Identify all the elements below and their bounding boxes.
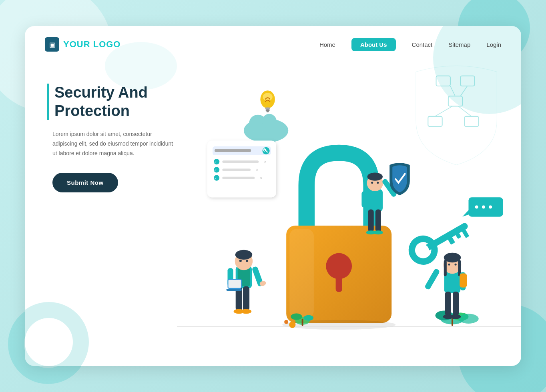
outer-background: YOUR LOGO Home About Us Contact Sitemap …	[0, 0, 546, 392]
svg-rect-65	[375, 210, 381, 232]
hero-headline: Security And Protection	[47, 84, 177, 120]
svg-point-86	[475, 205, 478, 208]
svg-text:✓: ✓	[214, 177, 217, 180]
svg-rect-71	[460, 76, 474, 86]
svg-point-47	[239, 260, 242, 262]
svg-rect-7	[266, 110, 270, 111]
svg-rect-70	[436, 76, 450, 86]
svg-text:×: ×	[264, 160, 267, 164]
circuit-diagram	[416, 66, 497, 165]
illustration-section: ✓ × ✓ × ✓ ×	[177, 52, 521, 356]
svg-rect-57	[228, 280, 241, 288]
svg-point-63	[377, 182, 379, 184]
svg-rect-40	[452, 318, 453, 326]
svg-point-39	[458, 314, 479, 324]
svg-rect-102	[460, 273, 467, 287]
svg-rect-92	[444, 260, 447, 276]
illustration-svg: ✓ × ✓ × ✓ ×	[177, 52, 521, 359]
svg-rect-72	[448, 96, 462, 106]
svg-rect-10	[215, 149, 251, 152]
svg-rect-79	[424, 222, 469, 252]
svg-point-62	[371, 182, 373, 184]
nav-about[interactable]: About Us	[351, 38, 396, 51]
logo-text: YOUR LOGO	[63, 39, 120, 50]
svg-text:✓: ✓	[214, 160, 217, 164]
svg-rect-85	[468, 197, 503, 217]
main-content: Security And Protection Lorem ipsum dolo…	[25, 52, 521, 356]
svg-rect-82	[462, 228, 470, 238]
svg-rect-69	[361, 191, 367, 207]
svg-rect-50	[243, 286, 249, 311]
person-left	[226, 250, 267, 314]
svg-rect-20	[222, 168, 251, 171]
svg-point-48	[246, 260, 248, 262]
svg-rect-59	[367, 189, 383, 212]
nav-links: Home About Us Contact Sitemap Login	[319, 38, 501, 51]
svg-text:×: ×	[260, 176, 262, 180]
svg-line-76	[460, 86, 467, 96]
ui-panel-group: ✓ × ✓ × ✓ ×	[207, 141, 276, 198]
svg-point-2	[262, 114, 276, 128]
person-right	[424, 253, 467, 319]
main-card: YOUR LOGO Home About Us Contact Sitemap …	[25, 26, 521, 366]
svg-rect-24	[222, 177, 255, 179]
cloud-group	[244, 90, 288, 143]
svg-point-67	[373, 230, 383, 234]
svg-text:×: ×	[256, 168, 258, 172]
svg-point-87	[482, 205, 485, 208]
nav-login[interactable]: Login	[486, 41, 501, 48]
svg-text:✓: ✓	[214, 168, 217, 172]
svg-rect-29	[289, 229, 314, 318]
svg-rect-64	[368, 210, 374, 232]
logo-icon	[45, 37, 59, 52]
svg-rect-58	[226, 289, 241, 291]
nav-home[interactable]: Home	[319, 41, 335, 48]
chat-bubble	[462, 197, 503, 217]
svg-point-94	[448, 264, 450, 266]
svg-point-52	[241, 309, 251, 314]
svg-line-75	[450, 86, 455, 96]
text-section: Security And Protection Lorem ipsum dolo…	[25, 52, 177, 356]
svg-point-88	[489, 205, 492, 208]
submit-button[interactable]: Submit Now	[52, 173, 118, 192]
navbar: YOUR LOGO Home About Us Contact Sitemap …	[25, 26, 521, 52]
svg-rect-28	[336, 276, 342, 292]
svg-point-27	[326, 253, 352, 279]
svg-rect-73	[428, 116, 442, 126]
svg-point-95	[455, 264, 457, 266]
svg-rect-35	[302, 319, 303, 326]
svg-point-61	[367, 173, 383, 181]
logo: YOUR LOGO	[45, 37, 120, 52]
hero-description: Lorem ipsum dolor sit amet, consectetur …	[47, 130, 177, 158]
key-icon	[407, 215, 473, 266]
svg-point-99	[450, 314, 461, 319]
nav-contact[interactable]: Contact	[412, 41, 433, 48]
svg-line-77	[435, 106, 452, 116]
svg-line-78	[458, 106, 471, 116]
svg-point-34	[304, 315, 313, 321]
padlock-shackle	[307, 153, 371, 226]
svg-rect-97	[453, 292, 459, 316]
svg-rect-96	[445, 292, 451, 316]
svg-point-33	[291, 314, 302, 320]
svg-rect-16	[222, 160, 259, 163]
svg-point-42	[284, 320, 288, 324]
svg-rect-74	[464, 116, 478, 126]
nav-sitemap[interactable]: Sitemap	[448, 41, 470, 48]
padlock-body	[286, 226, 391, 323]
svg-point-41	[289, 322, 295, 328]
svg-rect-6	[265, 108, 270, 110]
svg-rect-100	[424, 268, 440, 290]
svg-point-46	[235, 250, 252, 260]
